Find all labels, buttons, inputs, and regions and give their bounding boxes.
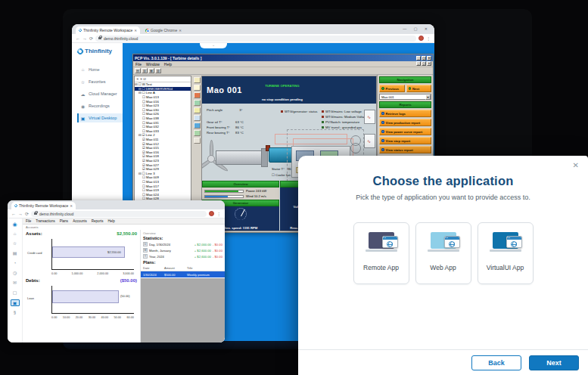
forward-icon[interactable]: → (18, 212, 23, 216)
finance-content: ◉⌂☆▤◔◷✉▢▣§ FileTransactionsPlansAccounts… (8, 218, 225, 342)
statistics-row[interactable]: D Day, 1/30/2024 + $2,000.00 - $0.00 (141, 241, 225, 247)
desktop-pulldown-tab[interactable]: ⌄ (200, 43, 227, 48)
tab-close-icon[interactable]: ✕ (70, 204, 73, 208)
rail-icon[interactable]: ◷ (11, 270, 20, 277)
turbine-select[interactable]: Mao 001 ▼ (379, 94, 431, 100)
laptop-icon (365, 232, 398, 256)
laptop-base (428, 249, 459, 252)
tab-thinfinity-workspace[interactable]: Thinfinity Remote Workspace ✕ (76, 26, 140, 34)
menu-item[interactable]: Accounts (73, 219, 87, 223)
menu-file[interactable]: File (135, 62, 142, 67)
maximize-icon[interactable]: ▢ (422, 56, 426, 60)
rail-icon[interactable]: ▢ (11, 290, 20, 296)
menu-help[interactable]: Help (164, 62, 172, 67)
application-card[interactable]: Remote App (353, 222, 409, 284)
toolbar-button[interactable]: ▧ (155, 68, 161, 73)
thinfinity-logo-icon (76, 47, 84, 55)
url-field[interactable]: demo.thinfinity.cloud (31, 211, 207, 217)
tab-google-chrome[interactable]: Google Chrome ✕ (142, 26, 185, 34)
menu-window[interactable]: Window (146, 62, 160, 67)
close-icon[interactable]: ✕ (573, 162, 579, 169)
debts-chart: Loan (50.00) 0.0010.0020.0030.0040.0050.… (26, 284, 137, 321)
address-bar: ← → ⟳ demo.thinfinity.cloud ⋮ (8, 209, 225, 218)
side-tool-button[interactable] (194, 138, 201, 144)
previous-button[interactable]: Previous (379, 85, 405, 92)
next-button[interactable]: Next (529, 355, 579, 370)
close-icon[interactable]: ✕ (427, 56, 431, 60)
side-tool-button[interactable] (194, 92, 201, 98)
report-button[interactable]: View stop report (379, 137, 431, 144)
status-detail: no stop condition pending (262, 98, 303, 101)
rail-icon[interactable]: ⌂ (11, 231, 20, 237)
rail-icon[interactable]: ☆ (11, 240, 20, 247)
back-icon[interactable]: ← (11, 212, 16, 216)
menu-dots-icon[interactable]: ⋮ (426, 36, 431, 41)
tab-strip: Thinfinity Remote Workspace ✕ Google Chr… (72, 24, 434, 34)
url-field[interactable]: demo.thinfinity.cloud (95, 36, 416, 42)
side-tool-button[interactable] (194, 100, 201, 106)
sidebar-item[interactable]: ▣ Virtual Desktop (77, 113, 123, 122)
rail-icon[interactable]: ◉ (11, 221, 20, 228)
side-tool-button[interactable] (194, 122, 201, 129)
profile-avatar[interactable] (418, 36, 424, 41)
turbine-header: Mao 001 TURBINE OPERATING no stop condit… (202, 76, 376, 104)
rail-icon[interactable]: ◔ (11, 260, 20, 267)
side-tool-button[interactable] (194, 130, 201, 136)
minimize-icon[interactable]: _ (416, 61, 421, 66)
chevron-down-icon[interactable]: ▼ (425, 95, 431, 100)
menu-dots-icon[interactable]: ⋮ (216, 211, 221, 216)
menu-item[interactable]: Plans (60, 219, 68, 223)
statistics-row[interactable]: Y Year, 2024 + $2,600.00 - $0.00 (141, 253, 225, 259)
toolbar-button[interactable]: ▥ (142, 68, 148, 73)
side-tool-button[interactable] (194, 107, 201, 113)
application-card[interactable]: Web App (415, 222, 471, 284)
close-icon[interactable]: ✕ (427, 61, 431, 66)
report-button[interactable]: View production report (379, 119, 431, 126)
sidebar-item[interactable]: ⌂ Home (77, 65, 123, 74)
scada-menu-bar: File Window Help _ ▢ ✕ (133, 61, 433, 67)
restore-icon[interactable]: ▢ (422, 61, 426, 66)
sidebar-item[interactable]: ☆ Favorites (77, 77, 123, 86)
tree-item-label: ☐ Mao 026 (142, 112, 159, 116)
plans-selected-row[interactable]: 1/30/2024 $500.00 Weekly premium (141, 271, 225, 277)
tab-close-icon[interactable]: ✕ (179, 29, 182, 33)
tree-toolbar[interactable]: ✕ ✕ ☑ (135, 76, 191, 82)
status-column-2: WTG/mains: Low voltageWTG/mains: Medium … (322, 110, 368, 129)
menu-item[interactable]: Help (107, 219, 114, 223)
toolbar-button[interactable]: ▤ (135, 68, 141, 73)
menu-item[interactable]: Transactions (36, 219, 55, 223)
side-tool-button[interactable] (194, 115, 201, 121)
statistics-row[interactable]: M Month, January + $2,600.00 - $0.00 (141, 247, 225, 253)
rail-icon[interactable]: ▤ (11, 250, 20, 257)
back-icon[interactable]: ← (76, 36, 80, 41)
reload-icon[interactable]: ⟳ (89, 36, 93, 41)
minimize-icon[interactable]: _ (416, 56, 421, 60)
tab-thinfinity-workspace[interactable]: Thinfinity Remote Workspace ✕ (11, 202, 76, 209)
toolbar-button[interactable]: ▦ (148, 68, 154, 73)
menu-item[interactable]: File (26, 219, 31, 223)
rail-icon[interactable]: § (11, 309, 20, 316)
report-button[interactable]: View status report (379, 146, 431, 153)
sidebar-item[interactable]: ☁ Cloud Manager (77, 89, 123, 98)
sidebar-item[interactable]: ◉ Recordings (77, 101, 123, 110)
report-button[interactable]: View power curve report (379, 128, 431, 135)
next-button[interactable]: Next (406, 85, 432, 92)
tick-label: 2,000.00 (97, 272, 108, 275)
scada-title-bar[interactable]: PCP Vis. 3.0.1.139 - [ Turbine details ]… (133, 54, 433, 61)
window-controls[interactable]: — ▢ ✕ (403, 26, 431, 31)
profile-avatar[interactable] (209, 211, 214, 216)
side-tool-button[interactable] (194, 77, 201, 83)
rail-icon[interactable]: ▣ (11, 299, 20, 306)
lock-icon (98, 37, 101, 39)
charts-column: Assets: $2,550.00 Credit card $2,550.00 … (23, 230, 140, 342)
rail-icon[interactable]: ✉ (11, 280, 20, 287)
application-card[interactable]: VirtualUI App (478, 222, 534, 284)
side-tool-button[interactable] (194, 85, 201, 91)
menu-item[interactable]: Reports (92, 219, 104, 223)
tab-close-icon[interactable]: ✕ (134, 29, 137, 33)
forward-icon[interactable]: → (82, 36, 87, 41)
temperature-row: Front bearing T°86 °C (207, 126, 244, 129)
reload-icon[interactable]: ⟳ (25, 211, 29, 216)
report-button[interactable]: Retrieve logs (379, 110, 431, 117)
back-button[interactable]: Back (471, 355, 521, 370)
